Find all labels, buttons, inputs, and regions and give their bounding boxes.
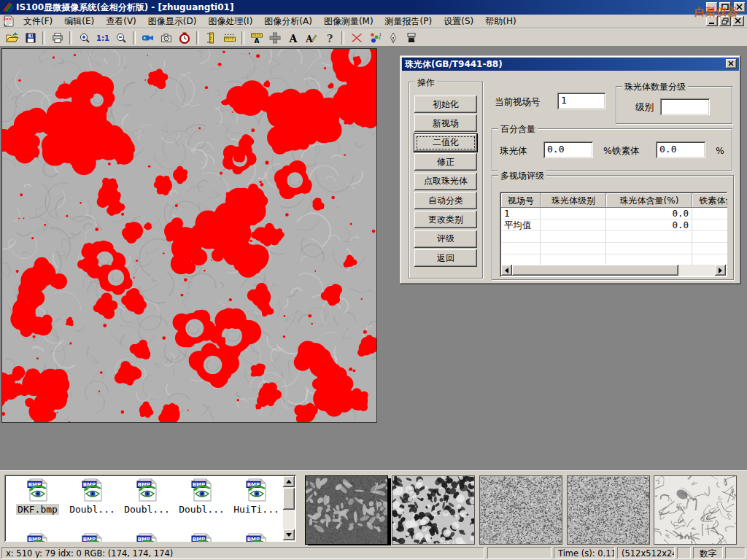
table-cell[interactable] bbox=[692, 243, 727, 254]
file-item-3[interactable]: BMPDoubl... bbox=[174, 478, 229, 515]
curve-eraser-icon[interactable] bbox=[347, 30, 365, 46]
op-button-3[interactable]: 修正 bbox=[414, 153, 477, 171]
percent-input-0[interactable]: 0.0 bbox=[543, 141, 593, 158]
op-button-0[interactable]: 初始化 bbox=[414, 96, 477, 113]
table-cell[interactable] bbox=[692, 208, 727, 219]
micrograph-image[interactable] bbox=[1, 48, 377, 423]
zoom-out-icon[interactable] bbox=[112, 30, 130, 46]
table-hscrollbar[interactable] bbox=[501, 265, 726, 276]
pen-icon[interactable] bbox=[384, 30, 402, 46]
file-item-row2-3[interactable]: BMP bbox=[174, 533, 229, 542]
document-icon[interactable]: DOC bbox=[3, 15, 15, 27]
current-field-input[interactable]: 1 bbox=[557, 93, 605, 109]
file-list[interactable]: BMPDKF.bmpBMPBMPDoubl...BMPBMPDoubl...BM… bbox=[4, 475, 296, 542]
save-icon[interactable] bbox=[21, 30, 39, 46]
file-item-4[interactable]: BMPHuiTi... bbox=[229, 478, 284, 515]
menu-item-settings[interactable]: 设置(S) bbox=[438, 15, 479, 28]
table-header-3[interactable]: 铁素体含量(%) bbox=[692, 193, 727, 208]
file-item-2[interactable]: BMPDoubl... bbox=[120, 478, 174, 515]
menu-item-edit[interactable]: 编辑(E) bbox=[58, 15, 100, 28]
video-camera-icon[interactable] bbox=[139, 30, 157, 46]
table-cell[interactable]: 1 bbox=[501, 208, 541, 219]
table-cell[interactable] bbox=[541, 243, 606, 254]
table-cell[interactable] bbox=[541, 219, 606, 231]
table-header-0[interactable]: 视场号 bbox=[501, 193, 541, 208]
brush-icon[interactable] bbox=[402, 30, 420, 46]
dialog-title-bar[interactable]: 珠光体(GB/T9441-88) bbox=[402, 58, 739, 71]
scroll-left-button[interactable] bbox=[501, 265, 512, 276]
file-item-row2-2[interactable]: BMP bbox=[120, 533, 174, 542]
text-icon[interactable]: A bbox=[284, 30, 302, 46]
timer-icon[interactable] bbox=[175, 30, 193, 46]
table-cell[interactable] bbox=[606, 231, 692, 243]
zoom-in-icon[interactable] bbox=[75, 30, 93, 46]
camera-icon[interactable] bbox=[157, 30, 175, 46]
file-item-row2-4[interactable]: BMP bbox=[229, 533, 284, 542]
caliper-icon[interactable] bbox=[202, 30, 220, 46]
table-cell[interactable] bbox=[501, 243, 541, 254]
measure-text-icon[interactable]: A bbox=[247, 30, 266, 46]
menu-item-image-measure[interactable]: 图像测量(M) bbox=[318, 15, 379, 28]
actual-size-icon[interactable]: 1:1 bbox=[93, 30, 112, 46]
grid-cross-icon[interactable] bbox=[266, 30, 284, 46]
table-cell[interactable] bbox=[606, 243, 692, 254]
file-label[interactable]: Doubl... bbox=[68, 504, 117, 515]
file-label[interactable]: DKF.bmp bbox=[16, 504, 59, 515]
table-cell[interactable] bbox=[692, 219, 727, 231]
multi-field-table[interactable]: 视场号珠光体级别珠光体含量(%)铁素体含量(%)10.0平均值0.0 bbox=[500, 192, 727, 277]
table-cell[interactable] bbox=[501, 231, 541, 243]
thumbnail-1-coarse-blobs[interactable] bbox=[392, 475, 475, 545]
ruler-icon[interactable] bbox=[220, 30, 239, 46]
file-label[interactable]: Doubl... bbox=[177, 504, 226, 515]
op-button-6[interactable]: 更改类别 bbox=[414, 211, 477, 228]
scroll-right-button[interactable] bbox=[715, 265, 726, 276]
op-button-7[interactable]: 评级 bbox=[414, 230, 477, 248]
file-item-1[interactable]: BMPDoubl... bbox=[65, 478, 120, 515]
scroll-down-button[interactable] bbox=[283, 529, 295, 540]
op-button-1[interactable]: 新视场 bbox=[414, 114, 477, 132]
thumbnail-3-fine-speckle[interactable] bbox=[567, 475, 650, 545]
file-item-row2-0[interactable]: BMP bbox=[10, 533, 65, 542]
dialog-close-button[interactable] bbox=[726, 59, 737, 69]
table-cell[interactable]: 0.0 bbox=[606, 219, 692, 231]
status-empty-1 bbox=[487, 547, 551, 559]
file-label[interactable]: Doubl... bbox=[123, 504, 171, 515]
op-button-5[interactable]: 自动分类 bbox=[414, 192, 477, 209]
status-empty-2 bbox=[677, 547, 691, 559]
thumbnail-2-fine-speckle[interactable] bbox=[479, 475, 562, 545]
menu-item-file[interactable]: 文件(F) bbox=[18, 15, 58, 28]
grade-input[interactable] bbox=[660, 98, 710, 115]
table-cell[interactable] bbox=[541, 208, 606, 219]
thumbnail-0-band-structure[interactable] bbox=[305, 475, 388, 545]
vscroll-thumb[interactable] bbox=[283, 488, 295, 510]
file-item-0[interactable]: BMPDKF.bmp bbox=[10, 478, 65, 515]
table-header-1[interactable]: 珠光体级别 bbox=[541, 193, 606, 208]
menu-item-image-display[interactable]: 图像显示(D) bbox=[142, 15, 203, 28]
particle-count-icon[interactable]: 13 bbox=[365, 30, 384, 46]
hscroll-thumb[interactable] bbox=[512, 265, 678, 276]
scroll-up-button[interactable] bbox=[283, 476, 295, 487]
filelist-vscrollbar[interactable] bbox=[283, 476, 295, 540]
menu-item-image-processing[interactable]: 图像处理(I) bbox=[202, 15, 258, 28]
help-icon[interactable]: ? bbox=[320, 30, 338, 46]
bmp-eye-icon: BMP bbox=[191, 494, 213, 504]
table-cell[interactable]: 0.0 bbox=[606, 208, 692, 219]
menu-item-view[interactable]: 查看(V) bbox=[100, 15, 142, 28]
menu-item-help[interactable]: 帮助(H) bbox=[479, 15, 522, 28]
op-button-4[interactable]: 点取珠光体 bbox=[414, 173, 477, 190]
file-item-row2-1[interactable]: BMP bbox=[65, 533, 120, 542]
op-button-2[interactable]: 二值化 bbox=[414, 134, 477, 152]
table-cell[interactable] bbox=[541, 231, 606, 243]
thumbnail-4-light-flakes[interactable] bbox=[654, 475, 737, 545]
menu-item-image-analysis[interactable]: 图像分析(A) bbox=[258, 15, 318, 28]
table-cell[interactable] bbox=[692, 231, 727, 243]
op-button-8[interactable]: 返回 bbox=[414, 249, 477, 267]
text-edit-icon[interactable]: A bbox=[302, 30, 320, 46]
file-label[interactable]: HuiTi... bbox=[232, 504, 281, 515]
print-icon[interactable] bbox=[48, 30, 66, 46]
table-cell[interactable]: 平均值 bbox=[501, 219, 541, 231]
percent-input-1[interactable]: 0.0 bbox=[656, 141, 705, 158]
open-icon[interactable] bbox=[3, 30, 21, 46]
menu-item-measure-report[interactable]: 测量报告(P) bbox=[379, 15, 438, 28]
table-header-2[interactable]: 珠光体含量(%) bbox=[606, 193, 692, 208]
